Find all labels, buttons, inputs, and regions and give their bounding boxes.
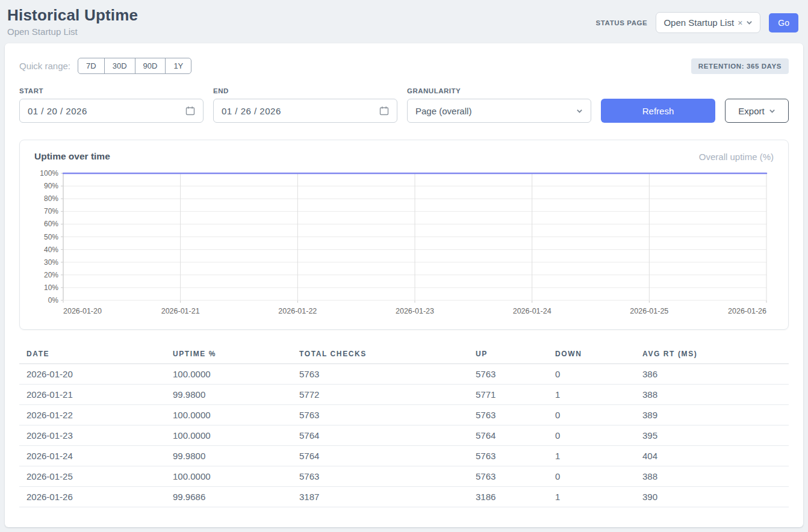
svg-text:50%: 50% xyxy=(44,233,58,241)
table-cell: 5764 xyxy=(292,425,468,446)
svg-text:40%: 40% xyxy=(44,246,58,254)
column-header: TOTAL CHECKS xyxy=(292,344,468,364)
table-row: 2026-01-2499.9800576457631404 xyxy=(19,446,789,466)
status-page-select[interactable]: Open Startup List× xyxy=(656,12,760,33)
table-cell: 2026-01-23 xyxy=(19,425,166,446)
table-cell: 100.0000 xyxy=(166,425,292,446)
table-cell: 99.9800 xyxy=(166,446,292,466)
svg-text:100%: 100% xyxy=(40,169,58,178)
table-cell: 3187 xyxy=(292,487,468,507)
table-cell: 5763 xyxy=(468,466,548,487)
uptime-table: DATEUPTIME %TOTAL CHECKSUPDOWNAVG RT (MS… xyxy=(19,344,789,507)
table-cell: 5764 xyxy=(292,446,468,466)
table-cell: 390 xyxy=(635,487,789,507)
svg-text:90%: 90% xyxy=(44,182,58,190)
page-subtitle: Open Startup List xyxy=(7,26,138,37)
table-row: 2026-01-2199.9800577257711388 xyxy=(19,385,789,405)
uptime-line-chart: 0%10%20%30%40%50%60%70%80%90%100%2026-01… xyxy=(34,168,774,320)
calendar-icon[interactable] xyxy=(379,106,389,116)
granularity-selected-value: Page (overall) xyxy=(415,106,471,116)
quick-range-30d-button[interactable]: 30D xyxy=(104,58,135,74)
column-header: UPTIME % xyxy=(166,344,292,364)
table-cell: 99.9686 xyxy=(166,487,292,507)
quick-range-90d-button[interactable]: 90D xyxy=(135,58,166,74)
chart-legend: Overall uptime (%) xyxy=(699,152,774,162)
clear-selection-icon[interactable]: × xyxy=(738,18,742,28)
quick-range-7d-button[interactable]: 7D xyxy=(78,58,105,74)
table-cell: 2026-01-21 xyxy=(19,385,166,405)
svg-text:60%: 60% xyxy=(44,220,58,228)
table-cell: 5763 xyxy=(292,364,468,385)
end-date-input[interactable]: 01 / 26 / 2026 xyxy=(213,99,397,123)
table-cell: 5764 xyxy=(468,425,548,446)
table-cell: 0 xyxy=(548,405,635,425)
svg-text:30%: 30% xyxy=(44,258,58,267)
column-header: DATE xyxy=(19,344,166,364)
table-header: DATEUPTIME %TOTAL CHECKSUPDOWNAVG RT (MS… xyxy=(19,344,789,364)
chevron-down-icon xyxy=(576,108,583,114)
svg-text:2026-01-23: 2026-01-23 xyxy=(396,307,434,315)
column-header: UP xyxy=(468,344,548,364)
table-cell: 2026-01-22 xyxy=(19,405,166,425)
table-cell: 2026-01-24 xyxy=(19,446,166,466)
quick-range-1y-button[interactable]: 1Y xyxy=(165,58,191,74)
start-date-input[interactable]: 01 / 20 / 2026 xyxy=(19,99,204,123)
svg-text:70%: 70% xyxy=(44,207,58,215)
end-label: END xyxy=(213,87,397,94)
quick-range-row: Quick range: 7D 30D 90D 1Y RETENTION: 36… xyxy=(19,58,789,74)
table-cell: 5763 xyxy=(292,466,468,487)
table-cell: 1 xyxy=(548,446,635,466)
table-cell: 99.9800 xyxy=(166,385,292,405)
svg-text:0%: 0% xyxy=(48,296,59,305)
table-cell: 5763 xyxy=(468,405,548,425)
chevron-down-icon xyxy=(746,19,753,26)
end-date-field: END 01 / 26 / 2026 xyxy=(213,87,397,123)
column-header: DOWN xyxy=(548,344,635,364)
svg-text:20%: 20% xyxy=(44,271,58,279)
table-cell: 2026-01-20 xyxy=(19,364,166,385)
chevron-down-icon xyxy=(769,108,775,114)
table-cell: 2026-01-25 xyxy=(19,466,166,487)
export-button-label: Export xyxy=(738,106,764,116)
table-cell: 389 xyxy=(635,405,789,425)
table-cell: 5771 xyxy=(468,385,548,405)
calendar-icon[interactable] xyxy=(185,106,195,116)
table-row: 2026-01-2699.9686318731861390 xyxy=(19,487,789,507)
status-page-selected-value: Open Startup List xyxy=(663,17,734,28)
header-titles: Historical Uptime Open Startup List xyxy=(7,6,138,37)
refresh-button[interactable]: Refresh xyxy=(601,99,715,123)
table-cell: 0 xyxy=(548,425,635,446)
quick-range-label: Quick range: xyxy=(19,61,70,71)
svg-text:2026-01-26: 2026-01-26 xyxy=(728,307,766,315)
granularity-label: GRANULARITY xyxy=(407,87,591,94)
svg-text:2026-01-22: 2026-01-22 xyxy=(278,307,317,315)
table-cell: 100.0000 xyxy=(166,466,292,487)
go-button[interactable]: Go xyxy=(769,13,798,32)
granularity-select[interactable]: Page (overall) xyxy=(407,99,591,123)
start-label: START xyxy=(19,87,204,94)
export-button[interactable]: Export xyxy=(725,99,789,123)
chart-title: Uptime over time xyxy=(34,151,110,162)
table-cell: 5763 xyxy=(292,405,468,425)
table-row: 2026-01-20100.0000576357630386 xyxy=(19,364,789,385)
table-cell: 100.0000 xyxy=(166,405,292,425)
filters-row: START 01 / 20 / 2026 END 01 / 26 / 2026 xyxy=(19,87,789,123)
svg-text:2026-01-24: 2026-01-24 xyxy=(513,307,552,315)
table-cell: 395 xyxy=(635,425,789,446)
svg-text:80%: 80% xyxy=(44,194,58,203)
svg-text:10%: 10% xyxy=(44,283,58,292)
table-cell: 1 xyxy=(548,385,635,405)
svg-text:2026-01-20: 2026-01-20 xyxy=(63,307,102,315)
table-row: 2026-01-23100.0000576457640395 xyxy=(19,425,789,446)
table-cell: 5763 xyxy=(468,446,548,466)
page-title: Historical Uptime xyxy=(7,6,138,25)
table-cell: 386 xyxy=(635,364,789,385)
retention-badge: RETENTION: 365 DAYS xyxy=(691,58,789,74)
table-cell: 100.0000 xyxy=(166,364,292,385)
quick-range-group: 7D 30D 90D 1Y xyxy=(78,58,191,74)
table-row: 2026-01-25100.0000576357630388 xyxy=(19,466,789,487)
svg-text:2026-01-25: 2026-01-25 xyxy=(630,307,668,315)
svg-text:2026-01-21: 2026-01-21 xyxy=(161,307,200,315)
start-date-field: START 01 / 20 / 2026 xyxy=(19,87,204,123)
page-header: Historical Uptime Open Startup List STAT… xyxy=(0,0,808,43)
